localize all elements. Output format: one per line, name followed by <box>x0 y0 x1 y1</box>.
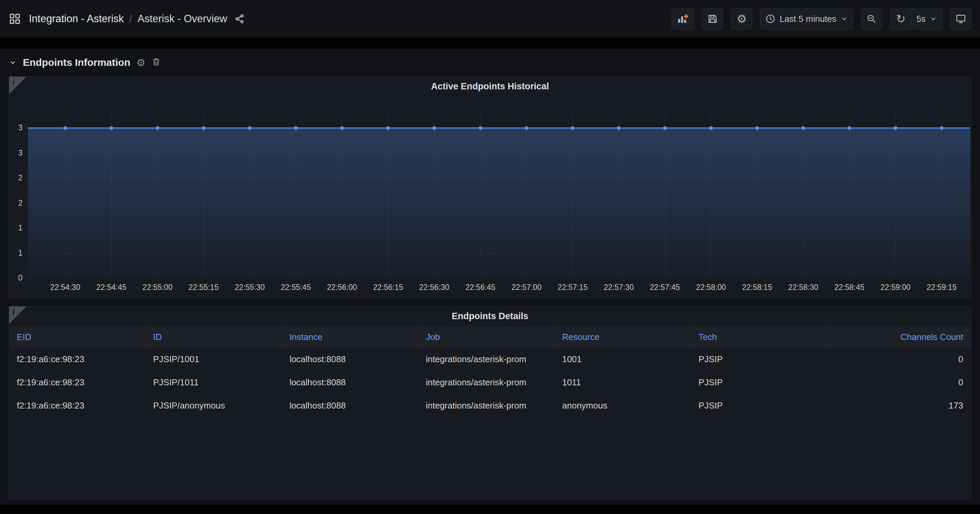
table-cell: 0 <box>827 371 970 394</box>
x-axis-tick: 22:59:15 <box>927 283 957 292</box>
table-column-header[interactable]: Tech <box>691 326 827 348</box>
table-column-header[interactable]: EID <box>10 326 146 348</box>
row-settings-gear-icon[interactable]: ⚙ <box>137 57 145 68</box>
x-axis-tick: 22:56:30 <box>419 283 450 292</box>
table-cell: f2:19:a6:ce:98:23 <box>10 371 146 394</box>
x-axis-tick: 22:58:45 <box>835 283 865 292</box>
x-axis-tick: 22:57:45 <box>650 283 680 292</box>
table-column-header[interactable]: ID <box>146 326 282 348</box>
table-column-header[interactable]: Instance <box>282 326 418 348</box>
table-column-header[interactable]: Resource <box>555 326 691 348</box>
table-cell: PJSIP/1011 <box>146 371 282 394</box>
table-cell: localhost:8088 <box>282 348 418 371</box>
chart-panel-title[interactable]: Active Endpoints Historical <box>9 81 971 92</box>
y-axis-tick: 2 <box>9 199 22 208</box>
table-row[interactable]: f2:19:a6:ce:98:23PJSIP/anonymouslocalhos… <box>10 394 970 417</box>
table-cell: localhost:8088 <box>282 394 418 417</box>
dashboard-settings-button[interactable]: ⚙ <box>731 8 752 30</box>
table-header-row: EIDIDInstanceJobResourceTechChannels Cou… <box>10 326 970 348</box>
table-cell: PJSIP <box>691 348 827 371</box>
table-cell: integrations/asterisk-prom <box>418 394 555 417</box>
table-column-header[interactable]: Job <box>418 326 555 348</box>
table-cell: 173 <box>827 394 970 417</box>
share-icon[interactable] <box>234 14 245 24</box>
y-axis-tick: 3 <box>9 148 22 158</box>
refresh-interval-label: 5s <box>916 14 926 24</box>
x-axis-tick: 22:55:00 <box>142 283 173 292</box>
table-panel-endpoints-details: i Endpoints Details EIDIDInstanceJobReso… <box>9 306 971 500</box>
endpoints-table: EIDIDInstanceJobResourceTechChannels Cou… <box>10 326 970 417</box>
table-cell: f2:19:a6:ce:98:23 <box>10 348 146 371</box>
x-axis-tick: 22:58:30 <box>788 283 818 292</box>
submenu-strip <box>0 38 980 49</box>
time-range-picker[interactable]: Last 5 minutes <box>760 8 853 30</box>
dashboard-canvas: Endpoints Information ⚙ i Active Endpoin… <box>0 49 980 504</box>
table-cell: anonymous <box>555 394 691 417</box>
refresh-icon: ↻ <box>896 13 906 24</box>
table-cell: PJSIP/anonymous <box>146 394 282 417</box>
x-axis-tick: 22:57:30 <box>604 283 634 292</box>
refresh-button[interactable]: ↻ <box>890 8 912 30</box>
row-delete-trash-icon[interactable] <box>151 57 161 68</box>
table-row[interactable]: f2:19:a6:ce:98:23PJSIP/1001localhost:808… <box>10 348 970 371</box>
table-cell: integrations/asterisk-prom <box>418 348 555 371</box>
chevron-down-icon <box>841 15 848 22</box>
y-axis-tick: 0 <box>9 274 22 283</box>
breadcrumb: Integration - Asterisk / Asterisk - Over… <box>29 13 245 25</box>
y-axis-tick: 3 <box>9 123 22 132</box>
refresh-group: ↻ 5s <box>890 8 942 30</box>
breadcrumb-separator: / <box>129 13 132 25</box>
chart-panel-active-endpoints: i Active Endpoints Historical 0112233 22… <box>9 76 971 299</box>
chevron-down-icon <box>930 15 937 22</box>
table-cell: 1001 <box>555 348 691 371</box>
table-cell: 0 <box>827 348 970 371</box>
add-panel-button[interactable] <box>671 8 694 30</box>
cycle-view-mode-button[interactable] <box>950 8 971 30</box>
y-axis-tick: 1 <box>9 223 22 232</box>
dashboards-grid-icon[interactable] <box>9 13 21 25</box>
x-axis-tick: 22:58:00 <box>696 283 726 292</box>
table-cell: PJSIP <box>691 371 827 394</box>
x-axis-tick: 22:54:30 <box>50 283 80 292</box>
x-axis-tick: 22:58:15 <box>742 283 772 292</box>
refresh-interval-picker[interactable]: 5s <box>912 8 942 30</box>
x-axis-tick: 22:59:00 <box>881 283 911 292</box>
table-cell: integrations/asterisk-prom <box>418 371 555 394</box>
x-axis-tick: 22:56:15 <box>373 283 404 292</box>
zoom-out-icon <box>867 14 877 24</box>
time-series-plot[interactable] <box>28 107 970 278</box>
table-cell: PJSIP <box>691 394 827 417</box>
table-cell: 1011 <box>555 371 691 394</box>
y-axis-tick: 2 <box>9 173 22 182</box>
x-axis-tick: 22:56:00 <box>327 283 357 292</box>
row-header-endpoints-information: Endpoints Information ⚙ <box>9 49 161 76</box>
table-column-header[interactable]: Channels Count <box>827 326 970 348</box>
breadcrumb-page-link[interactable]: Asterisk - Overview <box>137 13 227 25</box>
table-cell: localhost:8088 <box>282 371 418 394</box>
x-axis-tick: 22:55:30 <box>235 283 265 292</box>
x-axis-tick: 22:54:45 <box>96 283 127 292</box>
x-axis-tick: 22:57:00 <box>511 283 542 292</box>
table-panel-title[interactable]: Endpoints Details <box>9 311 971 321</box>
x-axis-tick: 22:55:45 <box>281 283 311 292</box>
x-axis-tick: 22:56:45 <box>465 283 496 292</box>
row-title[interactable]: Endpoints Information <box>23 57 130 68</box>
time-range-label: Last 5 minutes <box>780 14 836 24</box>
x-axis-tick: 22:57:15 <box>558 283 588 292</box>
zoom-out-button[interactable] <box>861 8 882 30</box>
table-row[interactable]: f2:19:a6:ce:98:23PJSIP/1011localhost:808… <box>10 371 970 394</box>
clock-icon <box>765 14 775 24</box>
row-collapse-chevron-icon[interactable] <box>9 59 17 67</box>
add-panel-icon <box>677 13 689 25</box>
y-axis-tick: 1 <box>9 248 22 258</box>
table-cell: PJSIP/1001 <box>146 348 282 371</box>
save-dashboard-button[interactable] <box>702 8 723 30</box>
monitor-icon <box>956 13 966 24</box>
breadcrumb-dashboard-link[interactable]: Integration - Asterisk <box>29 13 124 25</box>
navbar: Integration - Asterisk / Asterisk - Over… <box>0 0 980 38</box>
table-cell: f2:19:a6:ce:98:23 <box>10 394 146 417</box>
table-body: f2:19:a6:ce:98:23PJSIP/1001localhost:808… <box>10 348 970 417</box>
gear-icon: ⚙ <box>737 13 747 24</box>
x-axis-tick: 22:55:15 <box>188 283 219 292</box>
save-icon <box>707 13 718 24</box>
